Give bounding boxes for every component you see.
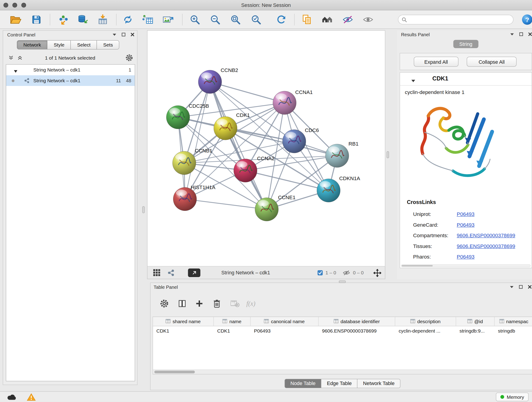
edge-CCNB2-CCNE1[interactable]: [210, 82, 267, 210]
column-header-shared-name[interactable]: shared name: [153, 317, 214, 326]
zoom-selected-button[interactable]: [248, 12, 264, 27]
tab-string[interactable]: String: [453, 40, 479, 48]
network-view-share-icon[interactable]: [167, 269, 175, 278]
table-cell[interactable]: stringdb:9...: [456, 326, 495, 336]
network-row[interactable]: String Network – cdk1 11 48: [6, 75, 135, 86]
table-cell[interactable]: stringdb: [495, 326, 532, 336]
gene-collapse-caret-icon[interactable]: [411, 78, 416, 84]
node-CCNA2[interactable]: [234, 159, 257, 182]
table-settings-button[interactable]: [157, 296, 172, 311]
gene-header-row[interactable]: CDK1: [400, 73, 532, 86]
node-CCNB1[interactable]: [172, 151, 196, 175]
import-network-database-button[interactable]: [75, 12, 90, 27]
cloud-status-icon[interactable]: [7, 394, 17, 402]
table-cell[interactable]: CDK1: [153, 326, 214, 336]
panel-float-icon[interactable]: [122, 33, 126, 37]
expand-all-button[interactable]: Expand All: [414, 57, 458, 67]
panel-close-icon[interactable]: [131, 33, 134, 37]
homes-button[interactable]: [320, 12, 336, 27]
edge-CCNA2-CDKN1A[interactable]: [245, 171, 329, 191]
memory-button[interactable]: Memory: [496, 393, 529, 401]
results-hscrollbar[interactable]: [401, 264, 531, 267]
help-button[interactable]: ?: [520, 12, 532, 27]
edge-HIST1H1A-CCNE1[interactable]: [185, 199, 267, 210]
table-cell[interactable]: P06493: [251, 326, 319, 336]
horizontal-splitter-handle[interactable]: [339, 281, 346, 283]
open-session-button[interactable]: [8, 12, 24, 27]
toggle-annotations-button[interactable]: [340, 12, 356, 27]
column-header-description[interactable]: description: [395, 317, 456, 326]
import-network-file-button[interactable]: [56, 12, 71, 27]
network-collection-row[interactable]: String Network – cdk1 1: [6, 65, 135, 75]
zoom-in-button[interactable]: [187, 12, 203, 27]
panel-float-icon[interactable]: [519, 285, 523, 289]
edge-CCNB2-HIST1H1A[interactable]: [185, 82, 210, 199]
pan-crosshair-icon[interactable]: [373, 269, 382, 279]
export-table-button[interactable]: [140, 12, 156, 27]
column-header--id[interactable]: @id: [456, 317, 495, 326]
column-header-canonical-name[interactable]: canonical name: [251, 317, 319, 326]
panel-float-icon[interactable]: [519, 32, 523, 36]
column-header-database-identifier[interactable]: database identifier: [319, 317, 395, 326]
export-image-button[interactable]: [160, 12, 176, 27]
right-splitter-handle[interactable]: [387, 151, 389, 158]
table-cell[interactable]: 9606.ENSP00000378699: [319, 326, 395, 336]
function-builder-button[interactable]: f(x): [243, 296, 259, 311]
node-CDKN1A[interactable]: [317, 179, 340, 202]
show-columns-button[interactable]: [175, 296, 190, 311]
crosslink-link[interactable]: 9606.ENSP00000378699: [457, 241, 515, 251]
node-CCNE1[interactable]: [255, 198, 278, 221]
panel-menu-caret-icon[interactable]: [510, 33, 514, 36]
import-table-button[interactable]: [95, 12, 111, 27]
column-header-name[interactable]: name: [214, 317, 251, 326]
toolbar-search[interactable]: [398, 15, 513, 25]
node-CDK1[interactable]: [214, 117, 237, 140]
crosslink-link[interactable]: P06493: [457, 209, 475, 220]
refresh-button[interactable]: [273, 12, 289, 27]
tree-expand-icon[interactable]: [14, 69, 18, 74]
results-hscrollbar-thumb[interactable]: [402, 265, 433, 267]
column-header-namespac[interactable]: namespac: [495, 317, 532, 326]
tab-style[interactable]: Style: [47, 40, 71, 50]
tab-edge-table[interactable]: Edge Table: [321, 379, 357, 388]
export-network-button[interactable]: [120, 12, 136, 27]
delete-column-button[interactable]: [209, 296, 225, 311]
title-bar[interactable]: Session: New Session: [0, 0, 532, 10]
crosslink-link[interactable]: P06493: [457, 219, 475, 230]
panel-close-icon[interactable]: [528, 32, 532, 36]
crosslink-link[interactable]: P06493: [457, 251, 475, 262]
birdseye-view-button[interactable]: [188, 269, 201, 277]
nodes-checkbox-icon[interactable]: [317, 270, 323, 277]
tab-network-table[interactable]: Network Table: [357, 379, 400, 388]
zoom-fit-button[interactable]: [228, 12, 243, 27]
tab-network[interactable]: Network: [17, 40, 48, 50]
network-graph[interactable]: CCNB2CCNA1CDC25BCDK1CDC6RB1CCNB1CCNA2CDK…: [147, 31, 385, 266]
delete-table-button[interactable]: [228, 296, 243, 311]
table-row[interactable]: CDK1CDK1P064939606.ENSP00000378699cyclin…: [153, 326, 532, 336]
node-CCNB2[interactable]: [198, 70, 222, 94]
node-HIST1H1A[interactable]: [173, 187, 196, 211]
network-canvas[interactable]: CCNB2CCNA1CDC25BCDK1CDC6RB1CCNB1CCNA2CDK…: [147, 30, 385, 267]
copy-button[interactable]: [299, 12, 315, 27]
network-options-gear-icon[interactable]: [126, 54, 133, 63]
node-CDC6[interactable]: [283, 130, 306, 153]
table-hscrollbar[interactable]: [153, 370, 532, 374]
tab-sets[interactable]: Sets: [97, 40, 119, 50]
zoom-out-button[interactable]: [207, 12, 223, 27]
node-RB1[interactable]: [326, 144, 349, 167]
crosslink-link[interactable]: 9606.ENSP00000378699: [457, 230, 515, 241]
table-hscrollbar-thumb[interactable]: [154, 370, 195, 373]
node-CCNA1[interactable]: [273, 91, 296, 115]
tab-select[interactable]: Select: [70, 40, 97, 50]
collapse-all-button[interactable]: Collapse All: [467, 57, 517, 67]
node-CDC25B[interactable]: [166, 106, 190, 129]
panel-menu-caret-icon[interactable]: [113, 33, 117, 36]
table-cell[interactable]: cyclin-dependent ...: [395, 326, 456, 336]
grid-view-icon[interactable]: [153, 269, 161, 278]
left-splitter-handle[interactable]: [142, 206, 145, 213]
create-column-button[interactable]: [192, 296, 207, 311]
hidden-edges-eye-icon[interactable]: [343, 270, 350, 277]
panel-close-icon[interactable]: [528, 285, 532, 289]
tab-node-table[interactable]: Node Table: [285, 379, 322, 388]
search-input[interactable]: [409, 17, 510, 22]
